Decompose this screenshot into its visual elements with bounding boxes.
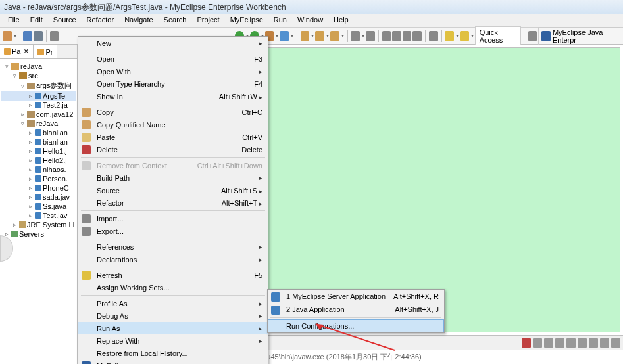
menu-myeclipse[interactable]: MyEclipse [225, 14, 268, 27]
menu-debugas[interactable]: Debug As▸ [78, 309, 268, 322]
menu-references[interactable]: References▸ [78, 240, 268, 253]
back-icon[interactable] [445, 31, 454, 41]
package-icon [27, 111, 35, 118]
java-icon [35, 185, 41, 191]
tree-src[interactable]: src [28, 72, 38, 80]
menu-navigate[interactable]: Navigate [119, 14, 158, 27]
project-tree: ▿reJava ▿src ▿args参数问 ▹ArgsTe ▹Test2.ja … [0, 59, 77, 241]
menu-new[interactable]: New▸ [78, 37, 268, 49]
myeclipse-icon [541, 31, 551, 41]
toolbar-icon[interactable] [392, 31, 401, 41]
tree-file[interactable]: sada.jav [43, 193, 70, 201]
menu-paste[interactable]: PasteCtrl+V [78, 131, 268, 143]
forward-icon[interactable] [460, 31, 469, 41]
java-icon [35, 194, 41, 200]
save-icon[interactable] [23, 31, 32, 41]
tree-project[interactable]: reJava [20, 62, 42, 70]
toolbar-icon[interactable] [429, 31, 438, 41]
tree-file[interactable]: Person. [43, 175, 68, 183]
menu-source[interactable]: SourceAlt+Shift+S ▸ [78, 184, 268, 196]
console-icon[interactable] [589, 338, 598, 348]
menu-profileas[interactable]: Profile As▸ [78, 297, 268, 309]
perspective-switch-icon[interactable] [528, 31, 537, 41]
menu-copy[interactable]: CopyCtrl+C [78, 106, 268, 118]
menu-window[interactable]: Window [292, 14, 328, 27]
paste-icon [82, 133, 91, 142]
menu-restorelocalhistory[interactable]: Restore from Local History... [78, 347, 268, 359]
console-icon[interactable] [555, 338, 564, 348]
menu-delete[interactable]: DeleteDelete [78, 143, 268, 156]
tree-library[interactable]: JRE System Li [27, 221, 74, 229]
console-icon[interactable] [566, 338, 576, 348]
svg-marker-1 [316, 324, 324, 330]
tree-file[interactable]: bianlian [43, 129, 68, 137]
toolbar-icon[interactable] [366, 31, 375, 41]
menu-openwith[interactable]: Open With▸ [78, 65, 268, 78]
menu-edit[interactable]: Edit [25, 14, 48, 27]
menu-import[interactable]: Import... [78, 212, 268, 225]
menu-opentypehierarchy[interactable]: Open Type HierarchyF4 [78, 78, 268, 90]
menu-declarations[interactable]: Declarations▸ [78, 253, 268, 265]
tree-file[interactable]: Ss.java [43, 202, 66, 210]
menu-copyqn[interactable]: Copy Qualified Name [78, 118, 268, 131]
quick-access[interactable]: Quick Access [475, 26, 521, 46]
toolbar-icon[interactable] [382, 31, 391, 41]
console-icon[interactable] [578, 338, 587, 348]
toolbar-icon[interactable] [403, 31, 412, 41]
tree-package[interactable]: reJava [36, 120, 58, 127]
tree-file[interactable]: bianlian [43, 138, 68, 146]
menu-myeclipse[interactable]: MyEclipse▸ [78, 359, 268, 364]
tree-servers[interactable]: Servers [19, 230, 44, 238]
submenu-java-app[interactable]: 2 Java ApplicationAlt+Shift+X, J [268, 303, 444, 316]
toolbar-icon[interactable] [301, 31, 310, 41]
java-icon [35, 212, 41, 219]
menu-search[interactable]: Search [159, 14, 192, 27]
menubar: File Edit Source Refactor Navigate Searc… [0, 14, 623, 28]
menu-source[interactable]: Source [48, 14, 82, 27]
menu-assignworkingsets[interactable]: Assign Working Sets... [78, 281, 268, 294]
toolbar-icon[interactable] [315, 31, 324, 41]
tree-package[interactable]: com.java12 [36, 110, 73, 118]
import-icon [82, 214, 91, 223]
tab-package[interactable]: Pa✕ [0, 45, 34, 58]
tree-file[interactable]: Hello2.j [43, 156, 67, 164]
console-icon[interactable] [611, 338, 620, 348]
menu-export[interactable]: Export... [78, 225, 268, 237]
menu-refresh[interactable]: RefreshF5 [78, 269, 268, 281]
submenu-server-app[interactable]: 1 MyEclipse Server ApplicationAlt+Shift+… [268, 290, 444, 303]
toolbar-icon[interactable] [412, 31, 422, 41]
menu-replacewith[interactable]: Replace With▸ [78, 334, 268, 347]
menu-run[interactable]: Run [268, 14, 292, 27]
console-icon[interactable] [533, 338, 542, 348]
console-icon[interactable] [544, 338, 553, 348]
toolbar-icon[interactable] [330, 31, 339, 41]
new-icon[interactable] [3, 31, 12, 41]
menu-refactor[interactable]: RefactorAlt+Shift+T ▸ [78, 196, 268, 209]
tab-project[interactable]: Pr [34, 45, 57, 58]
saveall-icon[interactable] [34, 31, 43, 41]
tree-package[interactable]: args参数问 [36, 81, 72, 91]
menu-file[interactable]: File [3, 14, 25, 27]
tree-file[interactable]: PhoneC [43, 184, 69, 192]
toolbar-icon[interactable] [351, 31, 360, 41]
window-title: Java - reJava/src/args参数问题/ArgsTest.java… [0, 0, 623, 14]
menu-buildpath[interactable]: Build Path▸ [78, 171, 268, 184]
menu-open[interactable]: OpenF3 [78, 53, 268, 65]
perspective-button[interactable]: MyEclipse Java Enterpr [538, 27, 620, 45]
tree-file[interactable]: nihaos. [43, 166, 66, 173]
terminate-icon[interactable] [522, 338, 531, 348]
menu-refactor[interactable]: Refactor [82, 14, 120, 27]
console-icon[interactable] [600, 338, 609, 348]
tree-file[interactable]: Test2.ja [43, 101, 68, 109]
menu-showin[interactable]: Show InAlt+Shift+W ▸ [78, 90, 268, 102]
tree-file[interactable]: Hello1.j [43, 147, 67, 155]
src-icon [19, 72, 27, 79]
tree-file[interactable]: Test.jav [43, 212, 67, 219]
menu-runas[interactable]: Run As▸ [78, 322, 268, 334]
menu-project[interactable]: Project [191, 14, 224, 27]
menu-help[interactable]: Help [328, 14, 354, 27]
toolbar-icon[interactable] [280, 31, 289, 41]
toolbar-icon[interactable] [50, 31, 59, 41]
java-app-icon [271, 306, 280, 315]
tree-file[interactable]: ArgsTe [43, 92, 65, 100]
